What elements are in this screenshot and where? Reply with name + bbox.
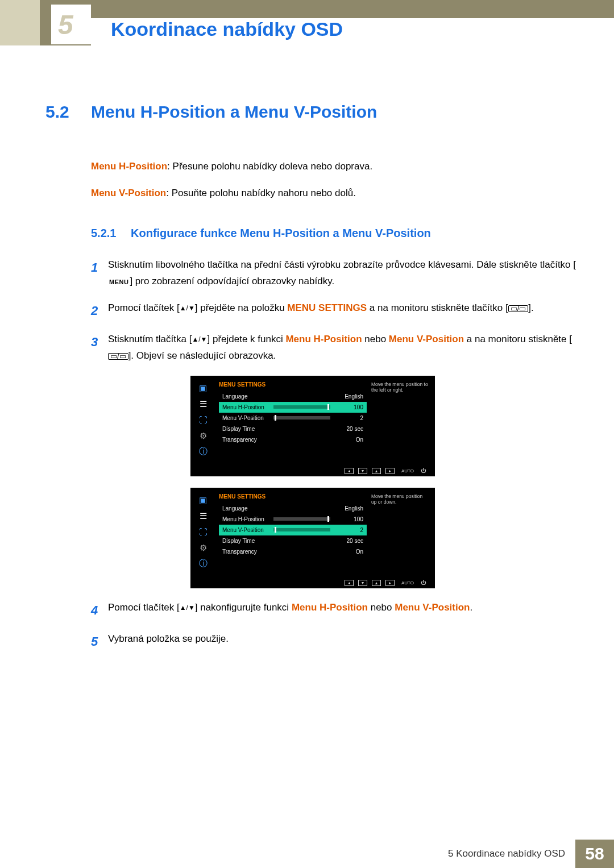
chapter-title: Koordinace nabídky OSD [111,18,343,45]
osd-nav-left-icon: ◂ [345,580,354,586]
step-body: Pomocí tlačítek [▲/▼] přejděte na položk… [108,300,580,321]
vpos-highlight: Menu V-Position [389,334,464,344]
step-number: 3 [91,331,108,364]
step-number: 2 [91,300,108,321]
color-icon: ☰ [196,510,210,522]
page-footer: 5 Koordinace nabídky OSD 58 [0,840,614,868]
intro-hpos-text: : Přesune polohu nabídky doleva nebo dop… [167,161,372,172]
chapter-number-badge: 5 [51,5,91,44]
osd-row-vpos: Menu V-Position 2 [219,413,367,423]
osd-row-transparency: Transparency On [219,434,367,445]
intro-hpos: Menu H-Position: Přesune polohu nabídky … [91,156,580,177]
header-band: 5 Koordinace nabídky OSD [0,0,614,45]
enter-icon: ▭/▭ [508,305,529,312]
osd-title: MENU SETTINGS [219,493,367,500]
up-down-icon: ▲/▼ [180,604,195,612]
osd-nav-left-icon: ◂ [345,468,354,474]
menu-settings-highlight: MENU SETTINGS [287,302,367,313]
osd-row-hpos: Menu H-Position 100 [219,514,367,525]
osd-screenshot-vpos: ▣ ☰ ⛶ ⚙ ⓘ MENU SETTINGS Language English… [190,488,435,588]
osd-sidebar: ▣ ☰ ⛶ ⚙ ⓘ [196,493,215,570]
osd-auto-label: AUTO [401,580,414,585]
step-1: 1 Stisknutím libovolného tlačítka na pře… [91,257,580,290]
osd-nav-right-icon: ▸ [385,468,395,474]
up-down-icon: ▲/▼ [180,304,195,312]
osd-screenshot-hpos: ▣ ☰ ⛶ ⚙ ⓘ MENU SETTINGS Language English… [190,376,435,476]
hpos-highlight: Menu H-Position [285,334,362,344]
section-number: 5.2 [45,102,91,122]
section-title: Menu H-Position a Menu V-Position [91,102,377,121]
osd-nav-up-icon: ▴ [372,468,381,474]
step-body: Vybraná položka se použije. [108,631,580,652]
step-3: 3 Stisknutím tlačítka [▲/▼] přejdete k f… [91,331,580,364]
osd-footer: ◂ ▾ ▴ ▸ AUTO ⏻ [196,580,429,586]
color-icon: ☰ [196,398,210,410]
osd-help-text: Move the menu position to the left or ri… [367,381,429,458]
osd-nav-down-icon: ▾ [358,468,367,474]
picture-icon: ▣ [196,495,210,506]
osd-footer: ◂ ▾ ▴ ▸ AUTO ⏻ [196,468,429,474]
step-2: 2 Pomocí tlačítek [▲/▼] přejděte na polo… [91,300,580,321]
osd-row-display-time: Display Time 20 sec [219,535,367,546]
menu-button-label: MENU [108,277,130,288]
intro-vpos-text: : Posuňte polohu nabídky nahoru nebo dol… [166,188,356,198]
intro-vpos-label: Menu V-Position [91,188,166,198]
step-body: Pomocí tlačítek [▲/▼] nakonfigurujte fun… [108,600,580,621]
osd-row-language: Language English [219,391,367,402]
size-icon: ⛶ [196,414,210,426]
osd-title: MENU SETTINGS [219,381,367,388]
osd-nav-up-icon: ▴ [372,580,381,586]
step-5: 5 Vybraná položka se použije. [91,631,580,652]
osd-slider [273,517,330,521]
subsection-number: 5.2.1 [91,227,131,240]
footer-page-number: 58 [575,840,614,868]
up-down-icon: ▲/▼ [192,335,207,343]
subsection-heading: 5.2.1Konfigurace funkce Menu H-Position … [91,227,580,240]
enter-icon: ▭/▭ [108,353,128,360]
osd-slider [273,528,330,531]
step-4: 4 Pomocí tlačítek [▲/▼] nakonfigurujte f… [91,600,580,621]
osd-slider [273,405,330,409]
size-icon: ⛶ [196,526,210,538]
osd-row-display-time: Display Time 20 sec [219,423,367,434]
osd-row-transparency: Transparency On [219,546,367,557]
osd-power-icon: ⏻ [421,468,426,474]
picture-icon: ▣ [196,383,210,394]
header-band-left [0,0,40,45]
osd-help-text: Move the menu position up or down. [367,493,429,570]
info-icon: ⓘ [196,558,210,570]
osd-nav-right-icon: ▸ [385,580,395,586]
osd-power-icon: ⏻ [421,580,426,585]
intro-vpos: Menu V-Position: Posuňte polohu nabídky … [91,182,580,203]
osd-slider [273,416,330,420]
settings-icon: ⚙ [196,430,210,442]
hpos-highlight: Menu H-Position [292,602,368,613]
intro-hpos-label: Menu H-Position [91,161,167,172]
section-heading: 5.2Menu H-Position a Menu V-Position [45,102,580,122]
settings-icon: ⚙ [196,542,210,554]
footer-text: 5 Koordinace nabídky OSD [448,840,575,868]
osd-sidebar: ▣ ☰ ⛶ ⚙ ⓘ [196,381,215,458]
osd-auto-label: AUTO [401,468,414,474]
osd-row-hpos-selected: Menu H-Position 100 [219,402,367,413]
step-body: Stisknutím libovolného tlačítka na předn… [108,257,580,290]
step-number: 1 [91,257,108,290]
osd-row-language: Language English [219,503,367,514]
step-body: Stisknutím tlačítka [▲/▼] přejdete k fun… [108,331,580,364]
info-icon: ⓘ [196,446,210,458]
osd-row-vpos-selected: Menu V-Position 2 [219,525,367,535]
subsection-title: Konfigurace funkce Menu H-Position a Men… [131,227,431,239]
osd-nav-down-icon: ▾ [358,580,367,586]
step-number: 4 [91,600,108,621]
step-number: 5 [91,631,108,652]
vpos-highlight: Menu V-Position [395,602,470,613]
